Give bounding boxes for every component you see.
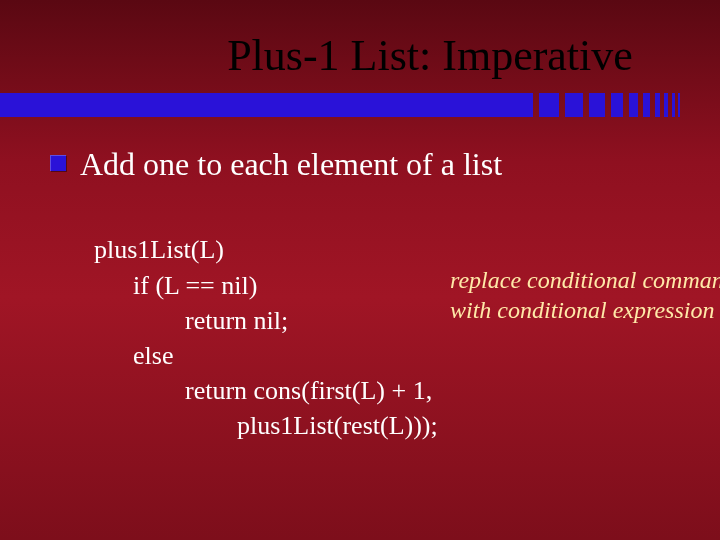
- annotation-line: with conditional expression: [450, 295, 720, 325]
- slide-title: Plus-1 List: Imperative: [0, 0, 720, 93]
- code-line: if (L == nil): [94, 271, 257, 300]
- code-line: return nil;: [94, 306, 288, 335]
- square-bullet-icon: [50, 155, 66, 171]
- accent-stripe: [0, 93, 720, 117]
- annotation-line: replace conditional command: [450, 265, 720, 295]
- bullet-text: Add one to each element of a list: [80, 145, 502, 183]
- bullet-item: Add one to each element of a list: [50, 145, 670, 183]
- annotation: replace conditional command with conditi…: [450, 265, 720, 325]
- code-line: return cons(first(L) + 1,: [94, 376, 432, 405]
- slide-body: Add one to each element of a list plus1L…: [0, 117, 720, 513]
- code-line: plus1List(L): [94, 235, 224, 264]
- code-line: else: [94, 341, 173, 370]
- code-line: plus1List(rest(L)));: [94, 411, 438, 440]
- code-block: plus1List(L) if (L == nil) return nil; e…: [50, 197, 670, 513]
